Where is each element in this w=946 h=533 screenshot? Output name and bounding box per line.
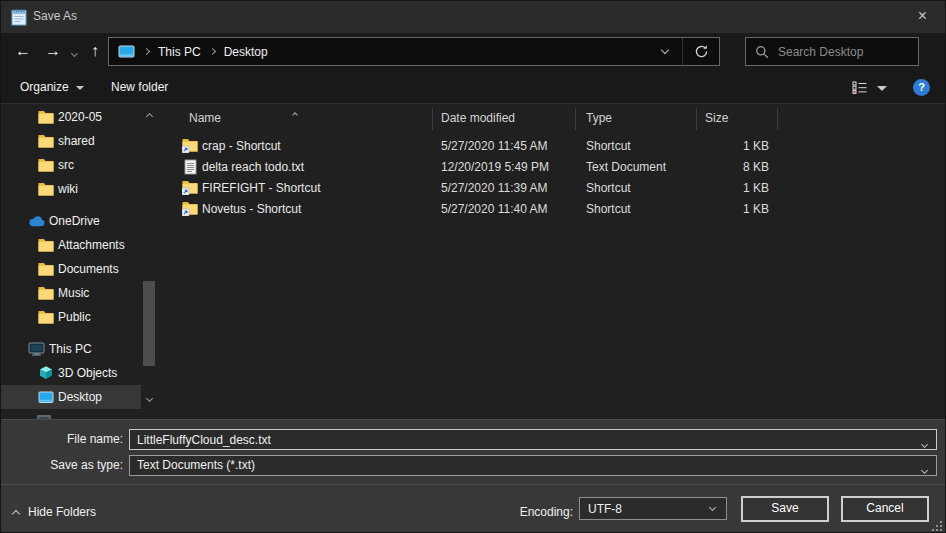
sidebar-item-label: wiki xyxy=(58,182,78,196)
sidebar-item-attachments[interactable]: Attachments xyxy=(1,233,141,257)
sidebar-item-label: shared xyxy=(58,134,95,148)
folder-icon xyxy=(37,262,54,276)
file-row-novetus-shortcut[interactable]: Novetus - Shortcut5/27/2020 11:40 AMShor… xyxy=(166,198,946,219)
notepad-icon xyxy=(10,7,28,27)
folder-icon xyxy=(37,310,54,324)
breadcrumb-item-desktop[interactable]: Desktop xyxy=(224,45,268,59)
this-pc-icon xyxy=(118,45,135,59)
file-type: Shortcut xyxy=(576,139,697,153)
sidebar-item-wiki[interactable]: wiki xyxy=(1,177,141,201)
scrollbar-thumb[interactable] xyxy=(143,281,155,366)
file-name: FIREFIGHT - Shortcut xyxy=(202,181,320,195)
recent-locations-chevron-icon[interactable] xyxy=(67,33,81,71)
view-options-chevron[interactable] xyxy=(877,71,887,103)
hide-folders-button[interactable]: Hide Folders xyxy=(13,502,96,522)
file-type: Text Document xyxy=(576,160,697,174)
close-button[interactable]: × xyxy=(900,1,945,32)
folder-icon xyxy=(37,110,54,124)
file-name-label: File name: xyxy=(1,429,123,450)
sidebar-item-documents[interactable]: Documents xyxy=(1,257,141,281)
scroll-down-button[interactable] xyxy=(143,393,155,407)
organize-button[interactable]: Organize xyxy=(20,71,84,103)
sidebar-item-music[interactable]: Music xyxy=(1,281,141,305)
sidebar-scrollbar[interactable] xyxy=(143,104,155,409)
chevron-down-icon xyxy=(709,503,716,510)
window-title: Save As xyxy=(33,1,77,32)
sidebar-item-this-pc[interactable]: This PC xyxy=(1,337,141,361)
sidebar-item-label: Attachments xyxy=(58,238,125,252)
sidebar-item-onedrive[interactable]: OneDrive xyxy=(1,209,141,233)
file-row-crap-shortcut[interactable]: crap - Shortcut5/27/2020 11:45 AMShortcu… xyxy=(166,135,946,156)
folder-shortcut-icon xyxy=(182,180,198,195)
chevron-up-icon xyxy=(12,509,20,517)
folder-shortcut-icon xyxy=(182,201,198,216)
new-folder-label: New folder xyxy=(111,80,168,94)
encoding-label: Encoding: xyxy=(520,502,573,522)
encoding-value: UTF-8 xyxy=(588,502,710,516)
sidebar-item-3d-objects[interactable]: 3D Objects xyxy=(1,361,141,385)
column-header-date-modified[interactable]: Date modified xyxy=(433,108,576,130)
sidebar-item-label: OneDrive xyxy=(49,214,100,228)
up-button[interactable]: ↑ xyxy=(85,33,105,71)
details-view-icon xyxy=(852,81,868,94)
help-button[interactable]: ? xyxy=(913,79,930,96)
onedrive-icon xyxy=(28,215,45,227)
folder-icon xyxy=(37,134,54,148)
previous-locations-button[interactable] xyxy=(648,38,682,65)
refresh-icon xyxy=(694,44,709,59)
column-header-name[interactable]: Name xyxy=(166,108,433,130)
sidebar-item-label: Desktop xyxy=(58,390,102,404)
file-date-modified: 5/27/2020 11:45 AM xyxy=(433,139,576,153)
sidebar-item-label: This PC xyxy=(49,342,92,356)
encoding-select[interactable]: UTF-8 xyxy=(579,497,727,520)
sidebar-item-label: Public xyxy=(58,310,91,324)
forward-button[interactable]: → xyxy=(41,33,65,71)
sidebar-item-label: 3D Objects xyxy=(58,366,117,380)
search-input[interactable]: Search Desktop xyxy=(745,37,919,66)
file-name-input[interactable] xyxy=(129,429,937,450)
title-bar: Save As × xyxy=(1,1,945,33)
back-button[interactable]: ← xyxy=(11,33,35,71)
file-row-firefight-shortcut[interactable]: FIREFIGHT - Shortcut5/27/2020 11:39 AMSh… xyxy=(166,177,946,198)
sidebar-item-label: src xyxy=(58,158,74,172)
file-size: 8 KB xyxy=(697,160,778,174)
scroll-up-button[interactable] xyxy=(143,108,155,122)
refresh-button[interactable] xyxy=(683,38,719,65)
save-as-type-chevron-icon[interactable] xyxy=(922,462,927,476)
sidebar-item-src[interactable]: src xyxy=(1,153,141,177)
chevron-right-icon xyxy=(143,48,150,55)
column-headers: NameDate modifiedTypeSize xyxy=(166,104,946,131)
address-bar[interactable]: This PCDesktop xyxy=(108,37,720,66)
sidebar-item-desktop[interactable]: Desktop xyxy=(1,385,141,409)
sidebar-item-public[interactable]: Public xyxy=(1,305,141,329)
file-list: NameDate modifiedTypeSize crap - Shortcu… xyxy=(166,104,946,419)
search-icon xyxy=(755,45,769,59)
file-size: 1 KB xyxy=(697,139,778,153)
file-type: Shortcut xyxy=(576,202,697,216)
cancel-button[interactable]: Cancel xyxy=(841,496,929,522)
chevron-down-icon xyxy=(877,86,887,91)
file-row-delta-reach-todo-txt[interactable]: delta reach todo.txt12/20/2019 5:49 PMTe… xyxy=(166,156,946,177)
save-button[interactable]: Save xyxy=(741,496,829,522)
organize-label: Organize xyxy=(20,80,69,94)
file-rows: crap - Shortcut5/27/2020 11:45 AMShortcu… xyxy=(166,135,946,219)
file-date-modified: 12/20/2019 5:49 PM xyxy=(433,160,576,174)
sidebar-item-partial xyxy=(37,412,51,419)
sidebar-item-2020-05[interactable]: 2020-05 xyxy=(1,105,141,129)
this-pc-icon xyxy=(28,342,45,356)
new-folder-button[interactable]: New folder xyxy=(111,71,168,103)
save-as-type-select[interactable]: Text Documents (*.txt) xyxy=(129,455,937,476)
file-name-chevron-icon[interactable] xyxy=(922,436,927,450)
column-header-size[interactable]: Size xyxy=(697,108,778,130)
column-header-type[interactable]: Type xyxy=(576,108,697,130)
file-size: 1 KB xyxy=(697,181,778,195)
folder-icon xyxy=(37,158,54,172)
file-size: 1 KB xyxy=(697,202,778,216)
resize-grip[interactable] xyxy=(940,521,942,523)
change-view-button[interactable] xyxy=(852,71,868,103)
folder-icon xyxy=(37,238,54,252)
file-name: crap - Shortcut xyxy=(202,139,281,153)
sidebar-item-shared[interactable]: shared xyxy=(1,129,141,153)
breadcrumb-item-this-pc[interactable]: This PC xyxy=(158,45,201,59)
file-date-modified: 5/27/2020 11:40 AM xyxy=(433,202,576,216)
